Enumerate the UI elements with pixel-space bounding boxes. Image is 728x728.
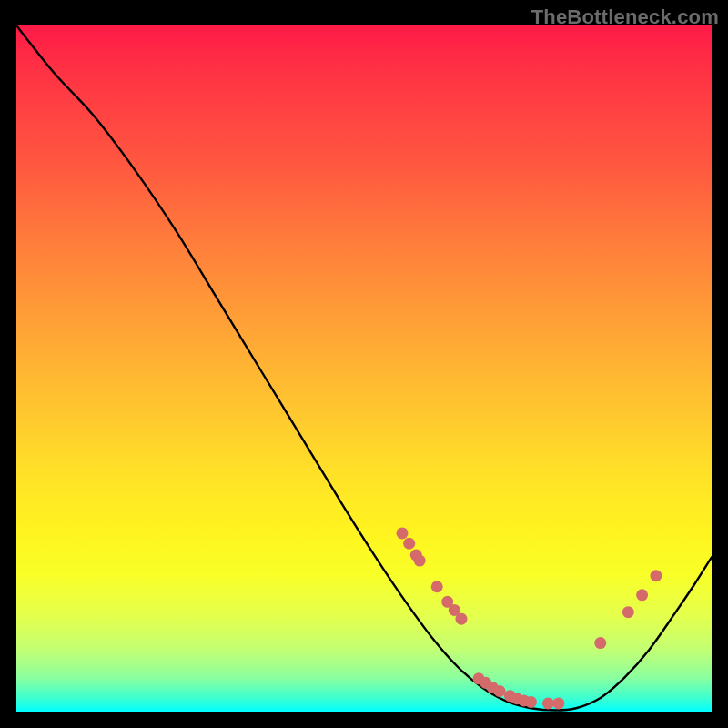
data-point [650,570,662,581]
data-point [594,637,606,649]
curve-layer [16,25,712,712]
data-point [636,589,648,601]
data-point [431,581,443,592]
data-point [455,613,467,625]
data-point [552,697,564,709]
data-point [542,697,554,709]
data-point [525,696,537,708]
data-point [403,538,415,550]
data-point [397,527,409,539]
watermark-text: TheBottleneck.com [531,5,719,29]
marker-dots [397,527,662,709]
chart-frame: TheBottleneck.com [0,0,728,728]
data-point [493,685,505,697]
data-point [622,606,634,618]
data-point [414,555,426,567]
plot-area [16,25,712,712]
bottleneck-curve [16,25,712,710]
